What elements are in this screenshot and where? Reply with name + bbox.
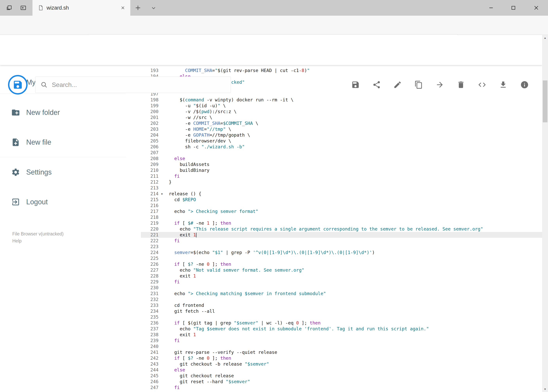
- code-line[interactable]: 214▾release () {: [141, 191, 542, 197]
- code-line[interactable]: 224 semver=$(echo "$1" | grep -P '^v(0|[…: [141, 250, 542, 255]
- code-line[interactable]: 199 -u "$(id -u)" \: [141, 103, 542, 109]
- code-line[interactable]: 204 -e GOPATH=//tmp/gopath \: [141, 132, 542, 138]
- code-line[interactable]: 219 if [ $# -ne 1 ]; then: [141, 220, 542, 226]
- code-line[interactable]: 220 echo "This release script requires a…: [141, 226, 542, 232]
- code-line[interactable]: 247 fi: [141, 385, 542, 391]
- line-number: 225: [141, 255, 160, 261]
- line-number: 240: [141, 343, 160, 349]
- code-line[interactable]: 226 if [ $? -ne 0 ]; then: [141, 261, 542, 267]
- code-line[interactable]: 223: [141, 244, 542, 250]
- code-editor[interactable]: 193 COMMIT_SHA="$(git rev-parse HEAD | c…: [141, 65, 542, 392]
- info-button[interactable]: [519, 79, 530, 91]
- line-number: 229: [141, 279, 160, 285]
- search-box[interactable]: [35, 77, 231, 93]
- copy-button[interactable]: [413, 79, 424, 91]
- search-input[interactable]: [52, 81, 224, 88]
- tab-close-icon[interactable]: [118, 4, 127, 12]
- browser-tab[interactable]: wizard.sh: [33, 0, 130, 16]
- code-line[interactable]: 244 else: [141, 367, 542, 373]
- sidebar: My files New folder New file Settings Lo…: [0, 65, 141, 392]
- code-line[interactable]: 200 -v /$(pwd):/src:z \: [141, 109, 542, 114]
- page-scrollbar[interactable]: ▲ ▼: [542, 35, 548, 392]
- share-file-button[interactable]: [371, 79, 382, 91]
- code-line[interactable]: 242 if [ $? -ne 0 ]; then: [141, 355, 542, 361]
- save-icon: [351, 80, 360, 89]
- raw-code-button[interactable]: [476, 79, 488, 91]
- code-line[interactable]: 246 git reset --hard "$semver": [141, 379, 542, 385]
- code-line[interactable]: 193 COMMIT_SHA="$(git rev-parse HEAD | c…: [141, 68, 542, 73]
- code-line[interactable]: 216: [141, 203, 542, 208]
- save-button[interactable]: [350, 79, 361, 91]
- code-line[interactable]: 235: [141, 314, 542, 320]
- line-number: 219: [141, 220, 160, 226]
- code-line[interactable]: 212}: [141, 179, 542, 185]
- share-nodes-icon: [372, 80, 381, 89]
- tab-preview-icon[interactable]: [20, 4, 27, 12]
- code-line[interactable]: 208 else: [141, 156, 542, 161]
- code-line[interactable]: 203 -e HOME="//tmp" \: [141, 126, 542, 132]
- code-line[interactable]: 206 sh -c "./wizard.sh -b": [141, 144, 542, 150]
- floppy-logo-icon: [13, 79, 23, 90]
- move-button[interactable]: [434, 79, 446, 91]
- new-tab-icon[interactable]: [134, 4, 142, 12]
- code-line[interactable]: 230: [141, 285, 542, 291]
- sidebar-item-logout[interactable]: Logout: [0, 191, 141, 213]
- scroll-up-icon[interactable]: ▲: [542, 35, 548, 41]
- code-line[interactable]: 243 git checkout -b release "$semver": [141, 361, 542, 367]
- code-line[interactable]: 209 buildAssets: [141, 161, 542, 167]
- new-file-icon: [11, 138, 20, 147]
- code-line[interactable]: 217 echo "> Checking semver format": [141, 208, 542, 214]
- code-line[interactable]: 240: [141, 343, 542, 349]
- code-line[interactable]: 238 exit 1: [141, 332, 542, 338]
- minimize-button[interactable]: [480, 0, 502, 16]
- scroll-down-icon[interactable]: ▼: [542, 386, 548, 392]
- code-line[interactable]: 211 fi: [141, 173, 542, 179]
- download-button[interactable]: [497, 79, 509, 91]
- rename-button[interactable]: [392, 79, 403, 91]
- code-line[interactable]: 241 git rev-parse --verify --quiet relea…: [141, 349, 542, 355]
- close-window-button[interactable]: [525, 0, 548, 16]
- scrollbar-thumb[interactable]: [543, 80, 548, 122]
- tab-title: wizard.sh: [47, 5, 118, 11]
- code-line[interactable]: 234 git fetch --all: [141, 308, 542, 314]
- code-line[interactable]: 218: [141, 214, 542, 220]
- code-line[interactable]: 227 echo "Not valid semver format. See s…: [141, 267, 542, 273]
- maximize-button[interactable]: [502, 0, 525, 16]
- sidebar-item-settings[interactable]: Settings: [0, 161, 141, 183]
- code-line[interactable]: 231 echo "> Checking matching $semver in…: [141, 291, 542, 296]
- code-line[interactable]: 239 fi: [141, 338, 542, 343]
- tab-list-chevron-icon[interactable]: [150, 4, 157, 12]
- line-number: 233: [141, 302, 160, 308]
- code-line[interactable]: 229 fi: [141, 279, 542, 285]
- code-line[interactable]: 232: [141, 296, 542, 302]
- line-number: 224: [141, 250, 160, 255]
- fold-toggle-icon[interactable]: ▾: [160, 191, 169, 197]
- code-line[interactable]: 210 buildBinary: [141, 167, 542, 173]
- code-line[interactable]: 202 -e COMMIT_SHA=$COMMIT_SHA \: [141, 120, 542, 126]
- line-number: 201: [141, 114, 160, 120]
- code-line[interactable]: 245 git checkout release: [141, 373, 542, 379]
- code-line[interactable]: 228 exit 1: [141, 273, 542, 279]
- filebrowser-logo[interactable]: [8, 75, 28, 95]
- code-line[interactable]: 215 cd $REPO: [141, 197, 542, 203]
- set-tabs-aside-icon[interactable]: [6, 4, 13, 12]
- code-line[interactable]: 207: [141, 150, 542, 156]
- code-rows: 193 COMMIT_SHA="$(git rev-parse HEAD | c…: [141, 68, 542, 391]
- code-line[interactable]: 205 filebrowser/dev \: [141, 138, 542, 144]
- code-line[interactable]: 198 $(command -v winpty) docker run --rm…: [141, 97, 542, 103]
- code-line[interactable]: 213: [141, 185, 542, 191]
- code-line[interactable]: 222 fi: [141, 238, 542, 244]
- help-link[interactable]: Help: [12, 238, 21, 244]
- code-line[interactable]: 201 -w //src \: [141, 114, 542, 120]
- line-number: 226: [141, 261, 160, 267]
- code-line[interactable]: 236 if [ $(git tag | grep "$semver" | wc…: [141, 320, 542, 326]
- sidebar-item-label: Logout: [26, 198, 48, 206]
- sidebar-item-new-file[interactable]: New file: [0, 132, 141, 153]
- code-line[interactable]: 225: [141, 255, 542, 261]
- code-line[interactable]: 237 echo "Tag $semver does not exist in …: [141, 326, 542, 332]
- sidebar-item-new-folder[interactable]: New folder: [0, 102, 141, 123]
- trash-icon: [457, 80, 465, 89]
- code-line[interactable]: 221 exit 1: [141, 232, 542, 238]
- code-line[interactable]: 233 cd frontend: [141, 302, 542, 308]
- delete-button[interactable]: [455, 79, 467, 91]
